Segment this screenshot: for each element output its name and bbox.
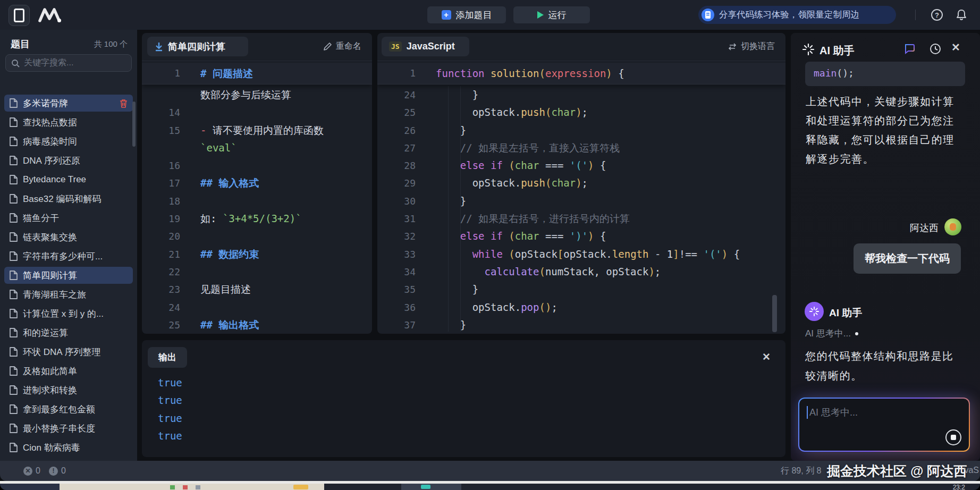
switch-language-button[interactable]: 切换语言 — [728, 41, 775, 52]
new-chat-icon[interactable] — [903, 43, 916, 55]
help-icon[interactable]: ? — [930, 8, 944, 22]
language-label: JavaScript — [407, 41, 455, 52]
code-token: ) — [722, 248, 728, 260]
user-name: 阿达西 — [910, 222, 939, 234]
document-icon — [10, 309, 18, 318]
code-token: ) — [588, 159, 594, 171]
top-bar: + 添加题目 运行 分享代码练习体验，领限量定制周边 ? — [0, 0, 980, 30]
run-button[interactable]: 运行 — [513, 6, 590, 23]
document-icon — [10, 232, 18, 242]
sidebar-item-label: 简单四则计算 — [23, 269, 128, 282]
code-token: } — [436, 283, 478, 295]
search-input[interactable]: 关键字搜索... — [5, 54, 132, 72]
problem-editor[interactable]: 数部分参与后续运算1415- 请不要使用内置的库函数`eval`1617## 输… — [142, 86, 372, 334]
run-label: 运行 — [548, 9, 567, 21]
sidebar-item[interactable]: 青海湖租车之旅 — [4, 286, 133, 303]
code-token: [ — [557, 248, 563, 260]
warnings-icon: ! — [49, 467, 58, 476]
taskbar-icon — [170, 485, 175, 489]
sidebar-item[interactable]: 计算位置 x 到 y 的... — [4, 305, 133, 322]
sidebar-item[interactable]: 猫鱼分干 — [4, 209, 133, 226]
code-token — [436, 142, 460, 154]
ai-intro-text: 上述代码中，关键步骤如计算和处理运算符的部分已为您注释隐藏，您可以根据自己的理解… — [806, 92, 963, 168]
window-icon[interactable] — [9, 5, 30, 26]
sidebar-item[interactable]: 简单四则计算 — [4, 267, 133, 284]
code-line: 26 } — [377, 122, 785, 139]
code-token: else — [460, 230, 485, 242]
line-number: 14 — [142, 104, 180, 121]
code-token: push — [521, 106, 545, 118]
taskbar-icon — [183, 485, 188, 489]
line-text — [180, 227, 200, 245]
line-number: 16 — [142, 157, 180, 174]
document-icon — [10, 213, 18, 223]
line-number: 34 — [377, 263, 416, 281]
notification-bell-icon[interactable] — [954, 8, 968, 22]
code-token: } — [436, 319, 466, 331]
marscode-logo-icon[interactable] — [37, 7, 62, 25]
os-taskbar: 23:2 — [0, 484, 980, 490]
language-tab[interactable]: JS JavaScript — [382, 37, 469, 56]
banner-text: 分享代码练习体验，领限量定制周边 — [719, 9, 859, 21]
line-text: - 请不要使用内置的库函数 — [180, 122, 324, 139]
sidebar-item[interactable]: 链表聚集交换 — [4, 229, 133, 246]
problem-tab[interactable]: 简单四则计算 — [147, 37, 248, 56]
sidebar-item[interactable]: 和的逆运算 — [4, 324, 133, 341]
sidebar-item-label: 和的逆运算 — [23, 327, 128, 339]
sidebar-item[interactable]: 拿到最多红包金额 — [4, 401, 133, 418]
sidebar-item[interactable]: Cion 勒索病毒 — [4, 439, 133, 456]
sidebar-item[interactable]: 查找热点数据 — [4, 114, 133, 131]
line-text: ## 输出格式 — [180, 316, 259, 334]
line-text: `eval` — [180, 139, 237, 157]
code-panel: JS JavaScript 切换语言 1function solution(ex… — [377, 33, 785, 334]
line-number: 36 — [377, 299, 416, 316]
code-token: { — [612, 67, 624, 79]
rename-button[interactable]: 重命名 — [323, 41, 361, 52]
output-tab[interactable]: 输出 — [148, 347, 187, 368]
ai-input-placeholder: AI 思考中... — [809, 406, 858, 419]
sidebar-item[interactable]: Base32 编码和解码 — [4, 190, 133, 207]
output-panel: 输出 ✕ truetruetruetrue — [142, 340, 785, 457]
sidebar-scrollbar[interactable] — [132, 102, 136, 147]
code-token — [697, 248, 703, 260]
add-question-button[interactable]: + 添加题目 — [427, 6, 506, 23]
code-token: { — [728, 248, 740, 260]
sidebar-item[interactable]: DNA 序列还原 — [4, 152, 133, 169]
sidebar-item[interactable]: Bytedance Tree — [4, 171, 133, 188]
sidebar-item[interactable]: 进制求和转换 — [4, 382, 133, 399]
cursor-position[interactable]: 行 89, 列 8 — [781, 461, 821, 481]
output-close-icon[interactable]: ✕ — [762, 351, 771, 363]
document-icon — [10, 117, 18, 127]
code-line: 33 while (opStack[opStack.length - 1]!==… — [377, 246, 785, 263]
line-number — [142, 139, 180, 157]
line-text: calculate(numStack, opStack); — [416, 263, 661, 281]
code-scrollbar[interactable] — [772, 295, 777, 332]
sidebar-item[interactable]: 最小替换子串长度 — [4, 420, 133, 437]
sidebar-title: 题目 — [11, 38, 30, 50]
document-icon — [10, 443, 18, 452]
code-token: 1 — [667, 248, 673, 260]
sidebar-item-label: 病毒感染时间 — [23, 136, 128, 148]
trash-icon[interactable] — [120, 99, 128, 108]
plus-icon: + — [442, 10, 451, 20]
history-icon[interactable] — [929, 43, 942, 55]
ai-chat-input[interactable]: AI 思考中... — [798, 398, 970, 452]
stop-generation-button[interactable] — [945, 429, 961, 445]
taskbar-segment — [0, 484, 60, 490]
promo-banner[interactable]: 分享代码练习体验，领限量定制周边 — [698, 6, 896, 24]
code-token — [563, 159, 569, 171]
ai-close-icon[interactable]: ✕ — [951, 41, 964, 54]
sidebar-item[interactable]: 多米诺骨牌 — [4, 95, 133, 112]
code-token: ( — [539, 301, 545, 313]
document-icon — [10, 251, 18, 261]
code-token: ## 输入格式 — [200, 177, 259, 189]
sidebar-item[interactable]: 病毒感染时间 — [4, 133, 133, 150]
code-token: ) — [648, 266, 654, 277]
line-text: } — [416, 192, 466, 210]
sidebar-item[interactable]: 字符串有多少种可... — [4, 248, 133, 265]
sidebar-item[interactable]: 及格如此简单 — [4, 362, 133, 379]
problem-panel: 简单四则计算 重命名 1# 问题描述 数部分参与后续运算1415- 请不要使用内… — [142, 33, 372, 334]
line-number: 37 — [377, 316, 416, 334]
code-editor[interactable]: 24 }25 opStack.push(char);26 }27 // 如果是左… — [377, 86, 785, 334]
sidebar-item[interactable]: 环状 DNA 序列整理 — [4, 343, 133, 360]
